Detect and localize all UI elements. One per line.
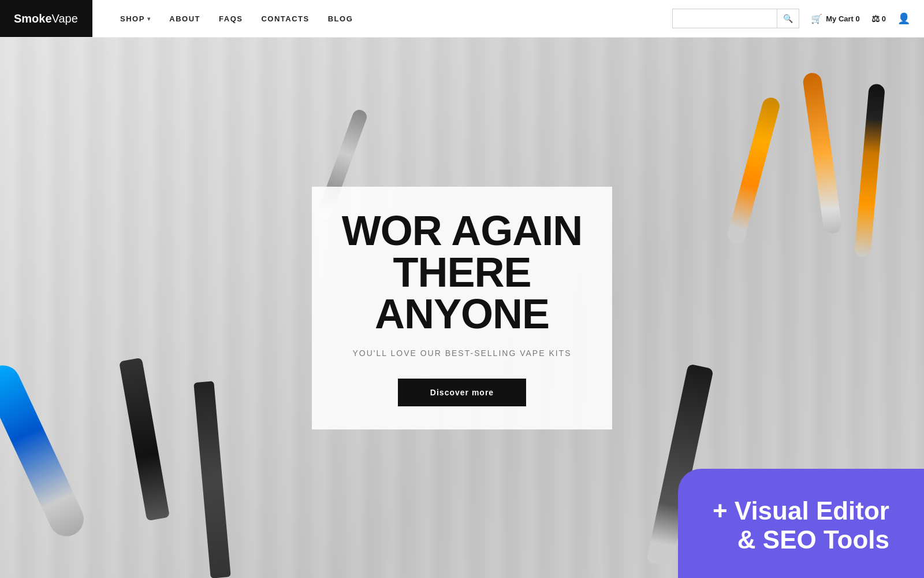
logo-text: SmokeVape xyxy=(14,12,78,25)
chevron-down-icon: ▾ xyxy=(147,16,151,22)
nav-blog[interactable]: BLOG xyxy=(328,14,353,23)
scale-icon: ⚖ xyxy=(871,13,880,24)
search-bar[interactable]: 🔍 xyxy=(672,9,799,28)
user-account-button[interactable]: 👤 xyxy=(897,12,910,25)
compare-button[interactable]: ⚖ 0 xyxy=(871,13,886,24)
search-icon: 🔍 xyxy=(783,14,793,23)
nav-about[interactable]: ABOUT xyxy=(169,14,200,23)
user-icon: 👤 xyxy=(897,13,910,24)
promo-badge: + Visual Editor & SEO Tools xyxy=(678,469,924,578)
nav-shop[interactable]: SHOP ▾ xyxy=(120,14,151,23)
cart-icon: 🛒 xyxy=(811,13,822,24)
hero-content-box: WOR AGAIN THERE ANYONE YOU'LL LOVE OUR B… xyxy=(312,187,612,429)
search-input[interactable] xyxy=(673,9,777,28)
nav-contacts[interactable]: CONTACTS xyxy=(261,14,309,23)
hero-subtext: YOU'LL LOVE OUR BEST-SELLING VAPE KITS xyxy=(353,349,572,358)
nav-faqs[interactable]: FAQS xyxy=(219,14,243,23)
hero-headline: WOR AGAIN THERE ANYONE xyxy=(335,210,589,335)
discover-more-button[interactable]: Discover more xyxy=(398,379,526,406)
hero-section: WOR AGAIN THERE ANYONE YOU'LL LOVE OUR B… xyxy=(0,38,924,578)
cart-button[interactable]: 🛒 My Cart 0 xyxy=(811,13,860,24)
site-logo[interactable]: SmokeVape xyxy=(0,0,92,37)
main-nav: SHOP ▾ ABOUT FAQS CONTACTS BLOG xyxy=(120,14,672,23)
search-button[interactable]: 🔍 xyxy=(777,9,799,28)
header-right: 🔍 🛒 My Cart 0 ⚖ 0 👤 xyxy=(672,9,910,28)
site-header: SmokeVape SHOP ▾ ABOUT FAQS CONTACTS BLO… xyxy=(0,0,924,38)
